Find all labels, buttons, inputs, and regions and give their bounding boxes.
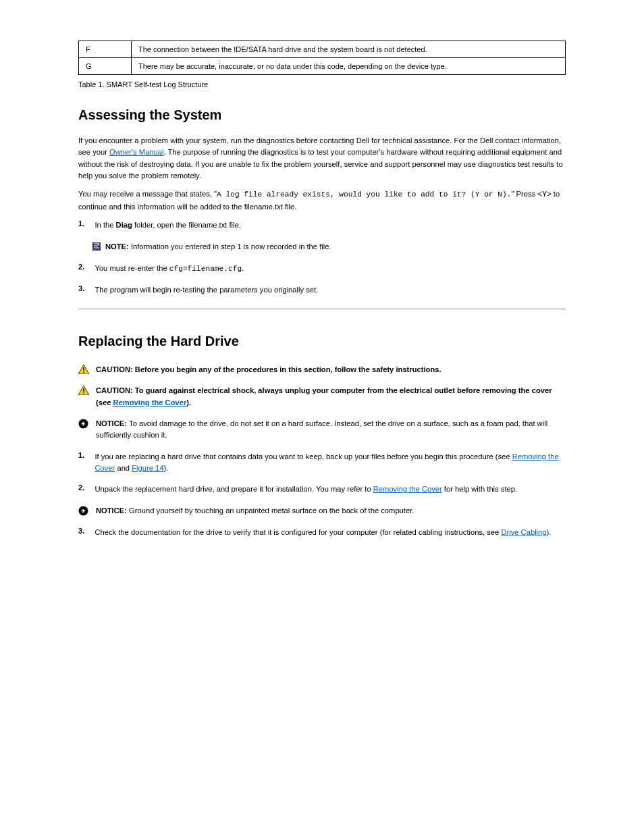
caution-body-tail: ). xyxy=(186,398,191,407)
text-run: . xyxy=(242,264,244,272)
code-cell: G xyxy=(79,58,132,75)
repl-step-1: 1. If you are replacing a hard drive tha… xyxy=(78,451,566,475)
repl-step-3: 3. Check the documentation for the drive… xyxy=(78,527,566,539)
caution-2: CAUTION: To guard against electrical sho… xyxy=(78,385,566,409)
replacing-heading: Replacing the Hard Drive xyxy=(78,334,566,349)
step-number: 1. xyxy=(78,219,92,228)
desc-cell: The connection between the IDE/SATA hard… xyxy=(132,41,566,58)
assess-paragraph-2: You may receive a message that states, "… xyxy=(78,188,566,213)
text-run: Check the documentation for the drive to… xyxy=(95,528,501,536)
svg-rect-1 xyxy=(83,367,84,371)
text-run: file. xyxy=(283,203,297,211)
note-label: NOTE: xyxy=(105,242,131,251)
assess-step-2: 2. You must re-enter the cfg=filename.cf… xyxy=(78,263,566,275)
step-number: 3. xyxy=(78,284,92,292)
step-number: 2. xyxy=(78,484,92,492)
notice-1: NOTICE: To avoid damage to the drive, do… xyxy=(78,418,566,442)
notice-icon xyxy=(78,418,96,429)
text-run: Unpack the replacement hard drive, and p… xyxy=(95,485,373,493)
text-run: You may receive a message that states, " xyxy=(78,190,217,198)
code-text: cfg=filename.cfg xyxy=(169,265,242,273)
drive-cabling-link[interactable]: Drive Cabling xyxy=(501,528,546,536)
text-run: and xyxy=(115,464,132,472)
step-number: 3. xyxy=(78,527,92,535)
caution-body: Before you begin any of the procedures i… xyxy=(135,365,441,373)
removing-cover-link[interactable]: Removing the Cover xyxy=(373,485,442,493)
text-run: ). xyxy=(163,464,168,472)
text-run: You must re-enter the xyxy=(95,264,169,272)
svg-rect-3 xyxy=(83,388,84,392)
notice-2: NOTICE: Ground yourself by touching an u… xyxy=(78,505,566,517)
caution-label: CAUTION: xyxy=(96,365,135,373)
caution-icon xyxy=(78,364,96,374)
owners-manual-link[interactable]: Owner's Manual xyxy=(109,148,163,156)
filename-text: filename.txt xyxy=(188,221,227,229)
notice-icon xyxy=(78,505,96,516)
svg-rect-4 xyxy=(83,392,84,394)
table-row: G There may be accurate, inaccurate, or … xyxy=(79,58,566,75)
svg-rect-2 xyxy=(83,371,84,373)
caution-icon xyxy=(78,385,96,395)
folder-name: Diag xyxy=(116,221,132,229)
text-run: If you are replacing a hard drive that c… xyxy=(95,452,512,461)
step-number: 1. xyxy=(78,451,92,459)
repl-step-2: 2. Unpack the replacement hard drive, an… xyxy=(78,484,566,496)
assess-step-3: 3. The program will begin re-testing the… xyxy=(78,284,566,296)
section-divider xyxy=(78,309,566,309)
assess-step-1: 1. In the Diag folder, open the filename… xyxy=(78,219,566,232)
assess-paragraph-1: If you encounter a problem with your sys… xyxy=(78,135,566,182)
step-text: The program will begin re-testing the pa… xyxy=(95,284,563,296)
text-run: In the xyxy=(95,221,115,229)
notice-body: To avoid damage to the drive, do not set… xyxy=(96,419,547,439)
filename-text: filename.txt xyxy=(244,203,283,211)
note-icon xyxy=(92,241,105,251)
table-row: F The connection between the IDE/SATA ha… xyxy=(79,41,566,58)
desc-cell: There may be accurate, inaccurate, or no… xyxy=(132,58,566,75)
notice-label: NOTICE: xyxy=(96,419,129,427)
text-run: file. xyxy=(227,221,241,229)
code-text: A log file already exists, would you lik… xyxy=(217,190,511,199)
text-run: for help with this step. xyxy=(442,485,517,493)
notice-body: Ground yourself by touching an unpainted… xyxy=(129,506,414,515)
caution-1: CAUTION: Before you begin any of the pro… xyxy=(78,364,566,375)
text-run: ). xyxy=(547,528,552,536)
code-cell: F xyxy=(79,41,132,58)
assessing-heading: Assessing the System xyxy=(78,107,566,123)
figure-link[interactable]: Figure 14 xyxy=(132,464,163,472)
removing-cover-link[interactable]: Removing the Cover xyxy=(113,398,187,407)
smart-codes-table: F The connection between the IDE/SATA ha… xyxy=(78,41,566,75)
notice-label: NOTICE: xyxy=(96,506,129,515)
caution-label: CAUTION: xyxy=(96,386,135,394)
table-caption: Table 1. SMART Self-test Log Structure xyxy=(78,80,566,88)
note-body: Information you entered in step 1 is now… xyxy=(131,242,331,251)
step-number: 2. xyxy=(78,263,92,271)
note-block: NOTE: Information you entered in step 1 … xyxy=(92,241,566,253)
text-run: folder, open the xyxy=(132,221,188,229)
